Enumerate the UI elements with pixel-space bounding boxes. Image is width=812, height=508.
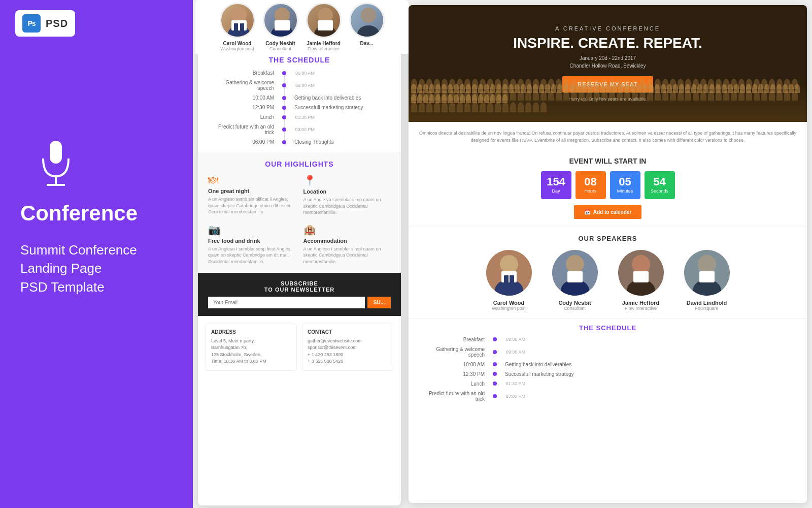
hero-subtitle-small: A CREATIVE CONFERENCE (555, 25, 660, 31)
bs-row-predict: Predict future with an old trick 03:00 P… (419, 391, 797, 402)
top-speaker-cody-role: Consultant (269, 46, 291, 51)
schedule-list: Breakfast 06:00 AM Gathering & welcome s… (208, 70, 391, 145)
highlight-title-2: Free food and drink (208, 238, 296, 244)
screenshot-right: document.write(Array(120).fill('<span st… (409, 5, 807, 503)
top-speaker-dav-avatar (349, 3, 385, 38)
schedule-row-breakfast: Breakfast 06:00 AM (208, 70, 391, 76)
sf-marketing-mid (279, 106, 289, 110)
sf-gathering-left: Gathering & welcome speech (208, 80, 279, 91)
speaker-jamie-name: Jamie Hefford (622, 300, 659, 306)
bs-row-gathering: Gathering & welcome speech 09:00 AM (419, 346, 797, 358)
countdown-day-num: 154 (547, 176, 565, 187)
highlight-item-3: 🏨 Accommodation A un Angleso I sembler s… (303, 224, 391, 265)
bs-lunch-left: Lunch (419, 381, 490, 387)
calendar-icon: 📅 (584, 209, 590, 215)
speakers-row: Carol Wood Washington post Cod (419, 250, 797, 311)
bs-row-marketing: 12:30 PM Successfull marketing strategy (419, 371, 797, 377)
countdown-title: EVENT WILL START IN (419, 157, 797, 165)
conference-title: Conference (20, 201, 138, 226)
schedule-row-predict: Predict future with an old trick 03:00 P… (208, 124, 391, 135)
highlight-desc-3: A un Angleso I sembler simpl quam un ske… (303, 246, 391, 265)
bs-gathering-time: 09:00 AM (500, 350, 525, 355)
svg-rect-21 (510, 275, 514, 282)
footer-contact-text: gather@eventwebsite.comsponsor@thisevent… (308, 338, 388, 365)
highlight-desc-1: A un Angle va svembiar simp quam un skep… (303, 197, 391, 216)
highlight-icon-0: 🍽 (208, 174, 296, 186)
speakers-title: OUR SPEAKERS (419, 235, 797, 242)
highlight-item-2: 📷 Free food and drink A un Angleso I sem… (208, 224, 296, 265)
bs-breakfast-mid (490, 337, 500, 341)
right-panel: Carol Wood Washington post Cody Nesbit C… (193, 0, 812, 508)
top-speaker-carol-role: Washington post (220, 46, 254, 51)
bs-marketing-right: Successfull marketing strategy (500, 371, 797, 377)
top-speaker-jamie-avatar (306, 3, 342, 38)
bs-predict-time: 03:00 PM (500, 394, 525, 399)
sf-lunch-time: 01:30 PM (289, 115, 315, 120)
newsletter-bar: SUBSCRIBE TO OUR NEWSLETTER SU... (198, 273, 401, 316)
top-speaker-cody-name: Cody Nesbit (265, 41, 295, 46)
highlight-title-3: Accommodation (303, 238, 391, 244)
about-text: Omnicos directe al desirabilite de un no… (419, 130, 797, 144)
bs-gathering-mid (490, 350, 500, 354)
bottom-schedule: THE SCHEDULE Breakfast 08:00 AM Gatherin… (409, 319, 807, 503)
bs-row-lunch: Lunch 01:30 PM (419, 381, 797, 387)
svg-rect-0 (50, 141, 62, 164)
highlight-desc-2: A un Angleso I semblar simp ficat Angles… (208, 246, 296, 265)
svg-rect-6 (234, 23, 238, 30)
top-speaker-dav-name: Dav... (360, 41, 374, 46)
sf-lunch-left: Lunch (208, 114, 279, 120)
speaker-carol-avatar (486, 250, 532, 296)
left-panel: Ps PSD Conference Summit Conference Land… (0, 0, 193, 508)
sf-breakfast-time: 06:00 AM (289, 71, 315, 76)
speaker-carol-role: Washington post (492, 306, 526, 311)
subtitle: Summit Conference Landing Page PSD Templ… (20, 241, 137, 296)
sf-marketing-right: Successfull marketing strategy (289, 105, 391, 110)
top-speaker-jamie: Jamie Hefford Flow Interactive (303, 3, 344, 51)
bs-predict-mid (490, 394, 500, 398)
svg-point-23 (566, 255, 584, 273)
footer-address-card: ADDRESS Level 5, Meet n party,Barnhusgat… (206, 324, 297, 371)
svg-point-17 (500, 255, 518, 273)
bs-row-deliverables: 10:00 AM Getting back into deliverables (419, 362, 797, 367)
top-speaker-dav: Dav... (347, 3, 387, 51)
bs-breakfast-left: Breakfast (419, 337, 490, 342)
countdown-hours-num: 08 (584, 176, 596, 187)
svg-point-14 (361, 8, 376, 23)
sf-gathering-time: 09:00 AM (289, 83, 315, 88)
sf-deliverables-left: 10:00 AM (208, 95, 279, 101)
countdown-hours-lbl: Hours (584, 188, 596, 194)
bs-row-breakfast: Breakfast 08:00 AM (419, 337, 797, 342)
speaker-david: David Lindhold Foursquare (679, 250, 735, 311)
top-speaker-carol-avatar (220, 3, 255, 38)
bs-breakfast-time: 08:00 AM (500, 337, 525, 342)
sf-marketing-left: 12:30 PM (208, 105, 279, 110)
highlight-desc-0: A un Angleso semb simplificat li Angles,… (208, 196, 296, 215)
speaker-david-role: Foursquare (695, 306, 718, 311)
add-calendar-btn[interactable]: 📅 Add to calender (574, 205, 642, 219)
sf-predict-time: 03:00 PM (289, 127, 315, 132)
newsletter-submit-btn[interactable]: SU... (367, 297, 391, 308)
bs-lunch-time: 01:30 PM (500, 381, 525, 386)
top-speaker-cody-avatar (263, 3, 298, 38)
svg-rect-25 (567, 271, 583, 282)
highlight-title-0: One great night (208, 188, 296, 194)
sf-breakfast-left: Breakfast (208, 70, 279, 76)
about-section: Omnicos directe al desirabilite de un no… (409, 122, 807, 152)
add-calendar-label: Add to calender (593, 209, 632, 215)
ps-text: PSD (46, 18, 68, 29)
hero-date: January 20d - 22nd 2017 (580, 55, 636, 61)
speaker-carol-name: Carol Wood (493, 300, 525, 306)
sf-deliverables-right: Getting back into deliverables (289, 95, 391, 101)
bs-marketing-left: 12:30 PM (419, 371, 490, 377)
newsletter-input[interactable] (208, 297, 365, 308)
svg-rect-10 (275, 20, 290, 30)
highlight-item-0: 🍽 One great night A un Angleso semb simp… (208, 174, 296, 216)
bs-deliverables-left: 10:00 AM (419, 362, 490, 367)
countdown-seconds: 54 Seconds (645, 171, 675, 199)
svg-rect-29 (633, 271, 649, 282)
svg-rect-5 (231, 20, 247, 30)
countdown-seconds-lbl: Seconds (651, 188, 668, 194)
sf-breakfast-mid (279, 71, 289, 75)
svg-point-15 (357, 25, 380, 38)
sf-deliverables-mid (279, 96, 289, 100)
